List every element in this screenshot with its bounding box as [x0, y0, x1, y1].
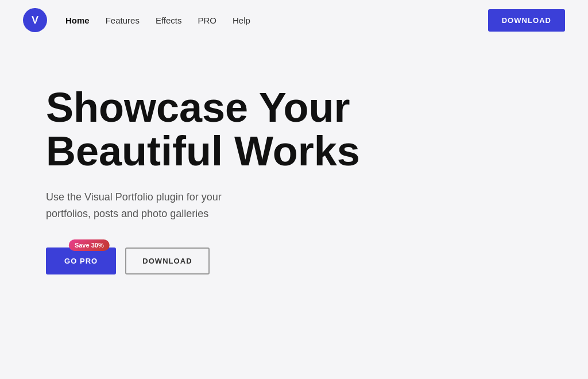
nav-download-button[interactable]: DOWNLOAD: [488, 9, 565, 32]
hero-subtitle: Use the Visual Portfolio plugin for your…: [46, 189, 287, 222]
nav-link-features[interactable]: Features: [106, 16, 140, 25]
save-badge: Save 30%: [69, 239, 110, 251]
nav-link-effects[interactable]: Effects: [156, 16, 182, 25]
hero-title-line1: Showcase Your: [46, 84, 350, 130]
hero-subtitle-line2: portfolios, posts and photo galleries: [46, 208, 208, 219]
go-pro-button[interactable]: GO PRO: [46, 247, 116, 274]
hero-title: Showcase Your Beautiful Works: [46, 86, 402, 173]
download-button[interactable]: DOWNLOAD: [125, 247, 209, 274]
go-pro-wrapper: Save 30% GO PRO: [46, 247, 116, 274]
nav-link-home[interactable]: Home: [65, 16, 90, 25]
nav-link-help[interactable]: Help: [233, 16, 250, 25]
nav-links: Home Features Effects PRO Help: [65, 16, 488, 25]
logo-letter: V: [32, 14, 38, 26]
site-logo[interactable]: V: [23, 8, 47, 32]
hero-buttons: Save 30% GO PRO DOWNLOAD: [46, 247, 542, 274]
hero-section: Showcase Your Beautiful Works Use the Vi…: [0, 40, 588, 309]
nav-link-pro[interactable]: PRO: [198, 16, 216, 25]
hero-subtitle-line1: Use the Visual Portfolio plugin for your: [46, 191, 222, 203]
hero-title-line2: Beautiful Works: [46, 128, 360, 174]
navbar: V Home Features Effects PRO Help DOWNLOA…: [0, 0, 588, 40]
